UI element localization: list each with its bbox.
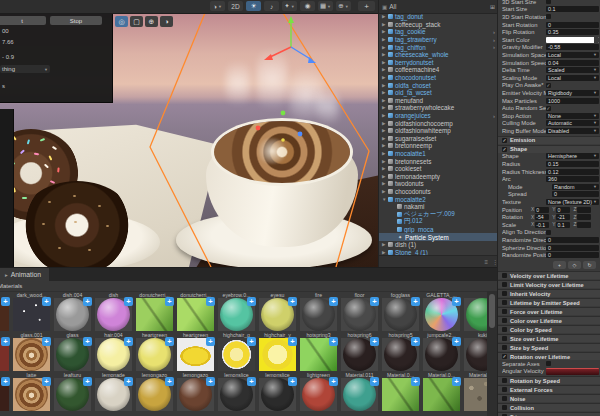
value-field[interactable]: -0.58 <box>546 44 599 50</box>
asset-item[interactable]: + <box>382 338 419 371</box>
import-plus-icon[interactable]: + <box>452 297 461 306</box>
asset-item[interactable]: + <box>136 378 173 411</box>
value-field[interactable]: 0 <box>546 237 599 243</box>
effects-dropdown-icon[interactable]: ✦▼ <box>282 1 297 11</box>
asset-item[interactable]: + <box>259 298 296 331</box>
import-plus-icon[interactable]: + <box>288 297 297 306</box>
hierarchy-item[interactable]: ▶twodonuts <box>379 180 498 188</box>
property-control[interactable]: Disabled▼ <box>546 128 599 134</box>
asset-item[interactable]: + <box>423 378 460 411</box>
view-options-toolbar[interactable]: ◎▢⊕◑ <box>115 16 173 27</box>
open-prefab-arrow[interactable]: › <box>493 37 495 43</box>
property-control[interactable]: Local▼ <box>546 75 599 81</box>
scene-canvas[interactable]: t Stop 00 7.66 - 0.9 thing▼ s ◎▢⊕◑ <box>0 13 378 267</box>
hierarchy-item[interactable]: grip_moca <box>379 226 498 234</box>
import-plus-icon[interactable]: + <box>329 377 338 386</box>
module-header-velocity-over-lifetime[interactable]: Velocity over Lifetime <box>498 271 600 279</box>
asset-item[interactable]: + <box>259 338 296 371</box>
open-prefab-arrow[interactable]: › <box>493 29 495 35</box>
scene-view[interactable]: t Stop 00 7.66 - 0.9 thing▼ s ◎▢⊕◑ ◑▼2D☀… <box>0 0 378 267</box>
dropdown-field[interactable]: Random▼ <box>552 184 599 190</box>
asset-item[interactable]: + <box>177 298 214 331</box>
lock-icon[interactable]: ≡ <box>484 259 488 265</box>
property-control[interactable]: 0.12 <box>546 169 599 175</box>
dropdown-field[interactable]: Scaled▼ <box>546 67 599 73</box>
hierarchy-item[interactable]: ▶menufand <box>379 97 498 105</box>
hierarchy-item[interactable]: ▶coffeecup_stack <box>379 21 498 29</box>
module-checkbox[interactable] <box>502 387 507 392</box>
asset-item[interactable]: + <box>95 378 132 411</box>
checkbox[interactable]: ✓ <box>546 83 551 88</box>
axis-field[interactable]: -21 <box>556 214 570 220</box>
property-control[interactable]: 0 <box>546 237 599 243</box>
hierarchy-filter-label[interactable]: All <box>389 3 396 10</box>
import-plus-icon[interactable]: + <box>288 377 297 386</box>
hierarchy-item[interactable]: ▶sugarraisedset <box>379 135 498 143</box>
hierarchy-item-selected[interactable]: ✦Particle System <box>379 233 498 241</box>
view-orbit-button[interactable]: ◎ <box>115 16 128 27</box>
dropdown-field[interactable]: Rigidbody▼ <box>546 90 599 96</box>
property-control[interactable]: Automatic▼ <box>546 120 599 126</box>
property-control[interactable] <box>546 230 599 235</box>
module-checkbox[interactable]: ✓ <box>502 138 507 143</box>
asset-item[interactable]: + <box>423 298 460 331</box>
asset-item[interactable]: + <box>382 298 419 331</box>
dropdown-field[interactable]: Automatic▼ <box>546 120 599 126</box>
module-header-limit-velocity-over-lifetime[interactable]: Limit Velocity over Lifetime <box>498 280 600 288</box>
asset-item[interactable]: + <box>95 298 132 331</box>
move-tool-button[interactable]: + <box>553 261 566 269</box>
dropdown-field[interactable]: None (Texture 2D)▼ <box>546 199 599 205</box>
hidden-objects-icon[interactable]: ◉ <box>300 1 315 11</box>
module-checkbox[interactable] <box>502 336 507 341</box>
rotate-tool-button[interactable]: ◇ <box>568 261 581 269</box>
property-control[interactable]: 0.15 <box>546 161 599 167</box>
dropdown-field[interactable]: Local▼ <box>546 75 599 81</box>
import-plus-icon[interactable]: + <box>206 337 215 346</box>
axis-field[interactable]: -54 <box>535 214 549 220</box>
value-field[interactable]: 0.15 <box>546 161 599 167</box>
hierarchy-search-bar[interactable]: ▣ All ⊞ <box>379 0 498 14</box>
property-control[interactable]: Hemisphere▼ <box>546 153 599 159</box>
picker-icon[interactable]: ⊞ <box>490 3 495 10</box>
asset-item[interactable]: + <box>341 298 378 331</box>
import-plus-icon[interactable]: + <box>1 297 10 306</box>
module-checkbox[interactable] <box>502 327 507 332</box>
property-control[interactable]: 0.1 <box>546 6 599 12</box>
asset-item[interactable]: + <box>136 298 173 331</box>
grid-dropdown-icon[interactable]: ▦▼ <box>318 1 333 11</box>
property-control[interactable]: 0 <box>546 245 599 251</box>
hierarchy-item[interactable]: ▶strawberrywholecake <box>379 104 498 112</box>
asset-item[interactable]: + <box>0 298 9 331</box>
hierarchy-item[interactable]: ▶tag_strawberry› <box>379 36 498 44</box>
module-checkbox[interactable] <box>502 345 507 350</box>
module-header-force-over-lifetime[interactable]: Force over Lifetime <box>498 307 600 315</box>
value-field[interactable]: 0 <box>546 245 599 251</box>
axis-field[interactable]: -0.1 <box>535 222 549 228</box>
property-control[interactable]: 0.04 <box>546 60 599 66</box>
hierarchy-item[interactable]: ▶chocodonuts <box>379 188 498 196</box>
asset-item[interactable]: + <box>54 338 91 371</box>
hierarchy-item[interactable]: ▶bretonneemp <box>379 142 498 150</box>
hierarchy-item[interactable]: ▼mocalatte2 <box>379 195 498 203</box>
checkbox[interactable] <box>546 14 551 19</box>
property-control[interactable]: None▼ <box>546 113 599 119</box>
property-control[interactable]: None (Texture 2D)▼ <box>546 199 599 205</box>
asset-item[interactable]: + <box>95 338 132 371</box>
property-control[interactable] <box>546 14 599 19</box>
asset-item[interactable]: + <box>341 338 378 371</box>
module-checkbox[interactable] <box>502 282 507 287</box>
checkbox[interactable] <box>546 0 551 4</box>
axis-field[interactable]: 0 <box>535 207 549 213</box>
module-checkbox[interactable]: ✓ <box>502 147 507 152</box>
asset-item[interactable]: + <box>259 378 296 411</box>
asset-item[interactable]: + <box>218 298 255 331</box>
import-plus-icon[interactable]: + <box>247 377 256 386</box>
module-checkbox[interactable] <box>502 378 507 383</box>
add-overlay-button[interactable]: + <box>358 1 375 11</box>
hierarchy-item[interactable]: ▶coffeemachine4 <box>379 66 498 74</box>
import-plus-icon[interactable]: + <box>165 377 174 386</box>
module-header-size-over-lifetime[interactable]: Size over Lifetime <box>498 334 600 342</box>
dropdown-field[interactable]: Hemisphere▼ <box>546 153 599 159</box>
hierarchy-item[interactable]: ▶oldfa_choset <box>379 81 498 89</box>
module-header-noise[interactable]: Noise <box>498 394 600 402</box>
